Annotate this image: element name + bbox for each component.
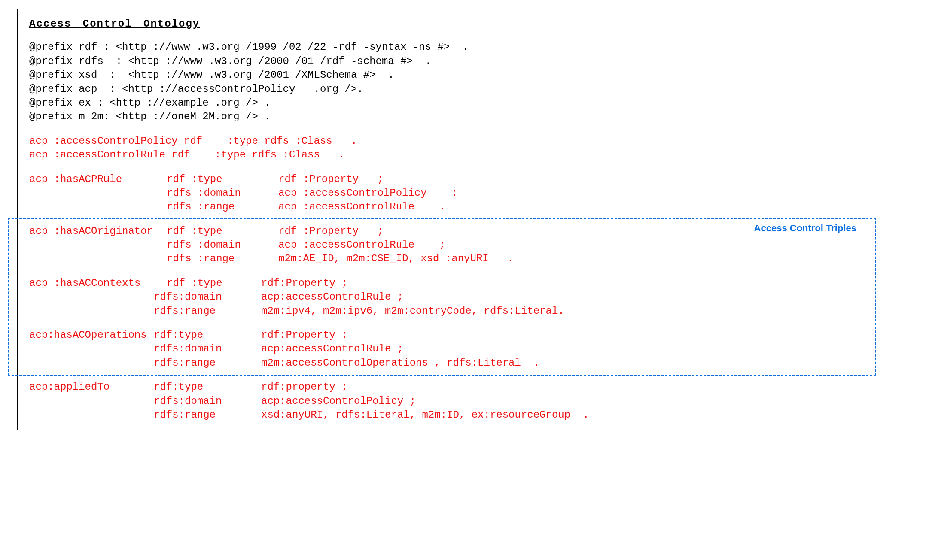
prop-name: acp:appliedTo	[29, 380, 154, 394]
prop-pred: rdfs:domain	[154, 342, 261, 356]
prop-obj: m2m:accessControlOperations , rdfs:Liter…	[261, 356, 905, 370]
prop-obj: m2m:AE_ID, m2m:CSE_ID, xsd :anyURI .	[278, 252, 905, 266]
prop-obj: acp :accessControlRule .	[278, 200, 905, 214]
prop-pred: rdfs :domain	[167, 186, 278, 200]
property-hasACPRule: acp :hasACPRulerdf :typerdf :Property ; …	[29, 173, 905, 214]
prop-obj: rdf:Property ;	[261, 328, 905, 342]
prefix-line: @prefix m 2m: <http ://oneM 2M.org /> .	[29, 110, 905, 124]
prop-name: acp :hasACContexts	[29, 276, 167, 290]
property-hasACOperations: acp:hasACOperationsrdf:typerdf:Property …	[29, 328, 905, 370]
prop-pred: rdfs :range	[167, 252, 278, 266]
prefix-line: @prefix xsd : <http ://www .w3.org /2001…	[29, 68, 905, 82]
property-appliedTo: acp:appliedTordf:typerdf:property ; rdfs…	[29, 380, 905, 422]
prop-pred: rdfs:range	[154, 356, 261, 370]
prefix-line: @prefix rdf : <http ://www .w3.org /1999…	[29, 40, 905, 54]
prop-pred: rdfs:domain	[154, 394, 261, 408]
prop-pred: rdf :type	[167, 276, 261, 290]
prop-pred: rdf:type	[154, 328, 261, 342]
property-hasACOriginator: acp :hasACOriginatorrdf :typerdf :Proper…	[29, 224, 905, 266]
prop-pred: rdf :type	[167, 173, 278, 186]
prop-name: acp :hasACPRule	[29, 173, 167, 186]
prop-obj: acp :accessControlRule ;	[278, 238, 905, 252]
prop-pred: rdfs:range	[154, 408, 261, 422]
prop-obj: rdf:Property ;	[261, 276, 905, 290]
prop-obj: xsd:anyURI, rdfs:Literal, m2m:ID, ex:res…	[261, 408, 905, 422]
prop-obj: m2m:ipv4, m2m:ipv6, m2m:contryCode, rdfs…	[261, 304, 905, 318]
prop-obj: rdf :Property ;	[278, 173, 905, 186]
prop-pred: rdfs:domain	[154, 290, 261, 304]
prop-obj: acp:accessControlRule ;	[261, 342, 905, 356]
class-definition: acp :accessControlPolicy rdf :type rdfs …	[29, 134, 905, 148]
class-definition: acp :accessControlRule rdf :type rdfs :C…	[29, 148, 905, 162]
prefix-line: @prefix rdfs : <http ://www .w3.org /200…	[29, 54, 905, 68]
prop-pred: rdfs:range	[154, 304, 261, 318]
prop-obj: acp :accessControlPolicy ;	[278, 186, 905, 200]
prop-pred: rdfs :domain	[167, 238, 278, 252]
prop-name: acp :hasACOriginator	[29, 224, 167, 238]
prefix-line: @prefix ex : <http ://example .org /> .	[29, 96, 905, 110]
prop-obj: rdf:property ;	[261, 380, 905, 394]
listing-title: Access Control Ontology	[29, 17, 905, 31]
prop-obj: rdf :Property ;	[278, 224, 905, 238]
prop-pred: rdf:type	[154, 380, 261, 394]
prop-obj: acp:accessControlRule ;	[261, 290, 905, 304]
ontology-listing: Access Control Ontology @prefix rdf : <h…	[17, 9, 917, 430]
prop-pred: rdf :type	[167, 224, 278, 238]
property-hasACContexts: acp :hasACContextsrdf :typerdf:Property …	[29, 276, 905, 318]
prop-pred: rdfs :range	[167, 200, 278, 214]
prop-name: acp:hasACOperations	[29, 328, 154, 342]
prefix-line: @prefix acp : <http ://accessControlPoli…	[29, 82, 905, 96]
prop-obj: acp:accessControlPolicy ;	[261, 394, 905, 408]
